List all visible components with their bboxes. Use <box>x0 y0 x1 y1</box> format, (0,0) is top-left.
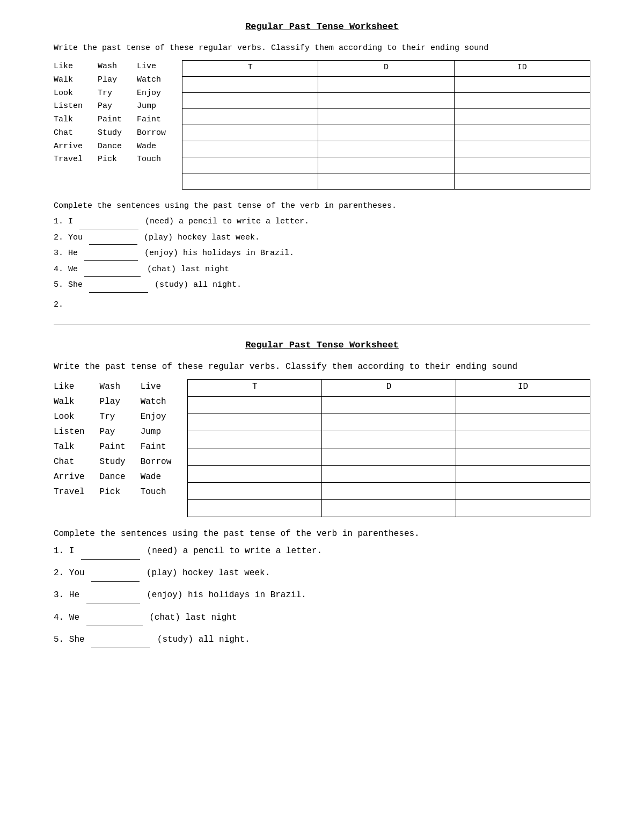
instruction-1b: Complete the sentences using the past te… <box>54 201 590 211</box>
verb-item: Try <box>98 87 122 100</box>
worksheet-title-2: Regular Past Tense Worksheet <box>54 340 590 350</box>
list-item: 2. You (play) hockey last week. <box>54 565 590 582</box>
verb-item: Look <box>54 409 85 424</box>
answer-blank[interactable] <box>86 610 143 626</box>
list-item: 2. You (play) hockey last week. <box>54 231 590 245</box>
verb-col-4: LikeWalkLookListenTalkChatArriveTravel <box>54 379 85 517</box>
section-2-label-1: 2. <box>54 300 590 309</box>
verb-item: Borrow <box>137 127 166 140</box>
list-item: 1. I (need) a pencil to write a letter. <box>54 215 590 229</box>
second-copy: Regular Past Tense Worksheet Write the p… <box>54 340 590 649</box>
worksheet-title-1: Regular Past Tense Worksheet <box>54 21 590 32</box>
verb-item: Wade <box>137 140 166 154</box>
page: Regular Past Tense Worksheet Write the p… <box>27 0 617 677</box>
answer-blank[interactable] <box>79 215 138 229</box>
verb-item: Walk <box>54 74 83 87</box>
verb-item: Chat <box>54 127 83 140</box>
verb-col-1: LikeWalkLookListenTalkChatArriveTravel <box>54 60 83 190</box>
answer-blank[interactable] <box>86 587 140 604</box>
list-item: 4. We (chat) last night <box>54 263 590 277</box>
col-d-header-2: D <box>322 379 456 396</box>
sentence-list-2: 1. I (need) a pencil to write a letter.2… <box>54 543 590 649</box>
list-item: 3. He (enjoy) his holidays in Brazil. <box>54 587 590 604</box>
verb-item: Pay <box>100 424 126 439</box>
list-item: 5. She (study) all night. <box>54 278 590 293</box>
sentences-section-1: Complete the sentences using the past te… <box>54 201 590 293</box>
verb-item: Jump <box>137 100 166 113</box>
verb-item: Talk <box>54 439 85 454</box>
verb-item: Study <box>100 454 126 469</box>
verb-item: Enjoy <box>141 409 172 424</box>
classification-table-1: T D ID <box>182 60 590 190</box>
verb-item: Wash <box>100 379 126 394</box>
verb-item: Live <box>137 60 166 74</box>
answer-blank[interactable] <box>91 565 140 582</box>
verb-item: Play <box>100 394 126 409</box>
verb-item: Play <box>98 74 122 87</box>
list-item: 5. She (study) all night. <box>54 632 590 648</box>
verb-item: Paint <box>100 439 126 454</box>
answer-blank[interactable] <box>89 278 148 293</box>
verb-item: Touch <box>137 153 166 166</box>
verb-item: Pick <box>98 153 122 166</box>
verb-item: Touch <box>141 484 172 499</box>
verb-item: Study <box>98 127 122 140</box>
verb-item: Listen <box>54 424 85 439</box>
verbs-columns-1: LikeWalkLookListenTalkChatArriveTravel W… <box>54 60 166 190</box>
verb-col-6: LiveWatchEnjoyJumpFaintBorrowWadeTouch <box>141 379 172 517</box>
instruction-2b: Complete the sentences using the past te… <box>54 529 590 539</box>
verb-item: Pay <box>98 100 122 113</box>
answer-blank[interactable] <box>91 632 150 648</box>
verb-item: Enjoy <box>137 87 166 100</box>
col-id-header-2: ID <box>456 379 590 396</box>
col-t-header-1: T <box>182 61 318 77</box>
col-d-header-1: D <box>318 61 454 77</box>
list-item: 3. He (enjoy) his holidays in Brazil. <box>54 246 590 261</box>
verb-item: Faint <box>141 439 172 454</box>
verbs-and-table-2: LikeWalkLookListenTalkChatArriveTravel W… <box>54 379 590 517</box>
verbs-columns-2: LikeWalkLookListenTalkChatArriveTravel W… <box>54 379 171 517</box>
col-id-header-1: ID <box>454 61 590 77</box>
verb-item: Faint <box>137 113 166 127</box>
sentence-list-1: 1. I (need) a pencil to write a letter.2… <box>54 215 590 293</box>
verb-item: Arrive <box>54 469 85 484</box>
verbs-and-table-1: LikeWalkLookListenTalkChatArriveTravel W… <box>54 60 590 190</box>
verb-item: Like <box>54 379 85 394</box>
verb-item: Travel <box>54 484 85 499</box>
verb-item: Dance <box>100 469 126 484</box>
col-t-header-2: T <box>188 379 322 396</box>
verb-item: Arrive <box>54 140 83 154</box>
sentences-section-2: Complete the sentences using the past te… <box>54 529 590 649</box>
answer-blank[interactable] <box>81 543 140 560</box>
list-item: 1. I (need) a pencil to write a letter. <box>54 543 590 560</box>
verb-item: Paint <box>98 113 122 127</box>
verb-item: Walk <box>54 394 85 409</box>
verb-col-5: WashPlayTryPayPaintStudyDancePick <box>100 379 126 517</box>
verb-item: Live <box>141 379 172 394</box>
first-copy: Regular Past Tense Worksheet Write the p… <box>54 21 590 309</box>
verb-item: Borrow <box>141 454 172 469</box>
verb-item: Travel <box>54 153 83 166</box>
verb-item: Look <box>54 87 83 100</box>
verb-item: Dance <box>98 140 122 154</box>
verb-item: Chat <box>54 454 85 469</box>
verb-item: Talk <box>54 113 83 127</box>
verb-item: Watch <box>137 74 166 87</box>
verb-item: Watch <box>141 394 172 409</box>
verb-item: Listen <box>54 100 83 113</box>
divider <box>54 324 590 325</box>
verb-col-2: WashPlayTryPayPaintStudyDancePick <box>98 60 122 190</box>
answer-blank[interactable] <box>84 263 141 277</box>
list-item: 4. We (chat) last night <box>54 610 590 626</box>
instruction-1a: Write the past tense of these regular ve… <box>54 43 590 53</box>
answer-blank[interactable] <box>89 231 137 245</box>
verb-item: Wade <box>141 469 172 484</box>
verb-item: Jump <box>141 424 172 439</box>
verb-col-3: LiveWatchEnjoyJumpFaintBorrowWadeTouch <box>137 60 166 190</box>
verb-item: Try <box>100 409 126 424</box>
instruction-2a: Write the past tense of these regular ve… <box>54 362 590 372</box>
classification-table-2: T D ID <box>187 379 590 517</box>
verb-item: Pick <box>100 484 126 499</box>
verb-item: Wash <box>98 60 122 74</box>
answer-blank[interactable] <box>84 246 138 261</box>
